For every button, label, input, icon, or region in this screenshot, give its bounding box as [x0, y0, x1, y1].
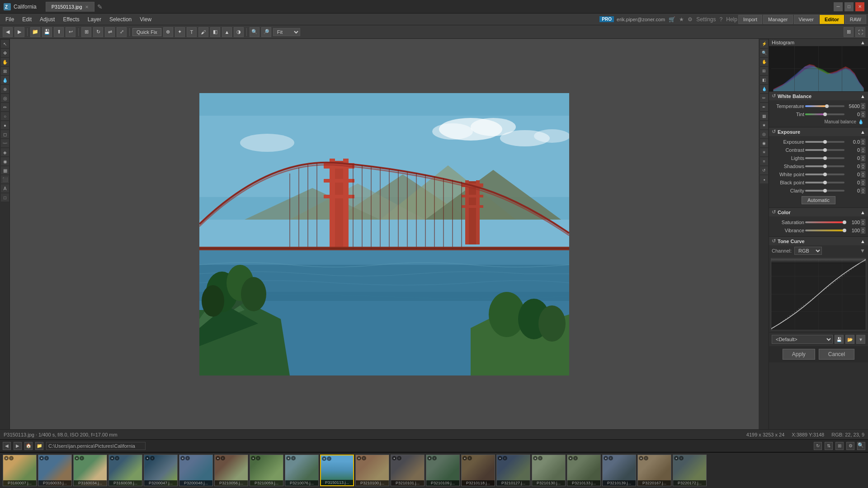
tone-curve-canvas[interactable] [771, 258, 866, 330]
film-thumb-19[interactable]: ●i P3220172.j... [673, 455, 707, 486]
film-folder-button[interactable]: 📁 [35, 442, 43, 450]
film-thumb-4[interactable]: ●i P3160038.j... [108, 455, 142, 486]
film-thumb-12[interactable]: ●i P3210109.j... [426, 455, 460, 486]
wb-collapse[interactable]: ▲ [860, 94, 865, 99]
text-tool-left[interactable]: A [1, 184, 9, 192]
film-thumb-active[interactable]: ●i P3150113.j... [320, 455, 354, 486]
heal-tool-left[interactable]: ⊕ [1, 85, 9, 93]
contrast-up[interactable]: ▲ [861, 147, 865, 150]
preset-select[interactable]: <Default> [772, 335, 833, 344]
rotate-button[interactable]: ↻ [93, 27, 103, 37]
tone-curve-header[interactable]: ↺ Tone Curve ▲ [769, 237, 868, 245]
shadows-up[interactable]: ▲ [861, 163, 865, 166]
film-thumb-15[interactable]: ●i P3210130.j... [532, 455, 566, 486]
hand-icon-r[interactable]: ✋ [760, 58, 768, 66]
resize-button[interactable]: ⤢ [117, 27, 127, 37]
cart-icon[interactable]: 🛒 [669, 16, 675, 23]
gradient-icon-r[interactable]: ▦ [760, 112, 768, 120]
film-home-button[interactable]: 🏠 [24, 442, 33, 450]
lights-up[interactable]: ▲ [861, 155, 865, 158]
color-collapse[interactable]: ▲ [860, 210, 865, 215]
film-back-button[interactable]: ◀ [3, 442, 11, 450]
vib-up[interactable]: ▲ [861, 227, 865, 230]
clarity-arrows[interactable]: ▲ ▼ [861, 188, 865, 194]
menu-edit[interactable]: Edit [19, 15, 35, 23]
quick-fix-button[interactable]: Quick Fix [132, 28, 161, 36]
sat-arrows[interactable]: ▲ ▼ [861, 219, 865, 225]
shadows-slider[interactable] [805, 165, 844, 167]
clone-tool-left[interactable]: ◎ [1, 94, 9, 102]
filter-button[interactable]: ▲ [222, 27, 232, 37]
film-thumb-8[interactable]: ●i P3210059.j... [250, 455, 283, 486]
help-label[interactable]: Help [726, 16, 737, 23]
film-thumb-13[interactable]: ●i P3210118.j... [461, 455, 495, 486]
shadows-arrows[interactable]: ▲ ▼ [861, 163, 865, 169]
panel-toggle[interactable]: ⊞ [844, 27, 854, 37]
cancel-button[interactable]: Cancel [819, 349, 854, 360]
menu-selection[interactable]: Selection [106, 15, 135, 23]
exp-collapse[interactable]: ▲ [860, 129, 865, 135]
menu-layer[interactable]: Layer [84, 15, 105, 23]
black-point-slider[interactable] [805, 182, 844, 183]
save-button[interactable]: 💾 [42, 27, 52, 37]
film-thumb-3[interactable]: ●i P3160034.j... [73, 455, 107, 486]
exp-arrows[interactable]: ▲ ▼ [861, 139, 865, 145]
wp-down[interactable]: ▼ [861, 174, 865, 178]
exp-reset-icon[interactable]: ↺ [772, 129, 776, 135]
color-reset-icon[interactable]: ↺ [772, 209, 776, 215]
dodge-tool[interactable]: ○ [1, 112, 9, 120]
lightning-icon[interactable]: ⚡ [760, 40, 768, 48]
exposure-slider[interactable] [805, 141, 844, 143]
module-manager[interactable]: Manager [763, 15, 793, 24]
grid-icon-r[interactable]: ⊞ [760, 67, 768, 75]
path-input[interactable]: C:\Users\jan.pernica\Pictures\California [46, 442, 146, 450]
module-viewer[interactable]: Viewer [794, 15, 819, 24]
histogram-collapse[interactable]: ▲ [860, 40, 865, 45]
undo-button[interactable]: ↩ [66, 27, 75, 37]
channel-icon-r[interactable]: ≡ [760, 157, 768, 165]
wp-up[interactable]: ▲ [861, 171, 865, 174]
burn-tool[interactable]: ● [1, 121, 9, 129]
tc-reset-icon[interactable]: ↺ [772, 238, 776, 244]
film-thumb-17[interactable]: ●i P3210139.j... [602, 455, 636, 486]
temperature-arrows[interactable]: ▲ ▼ [861, 103, 865, 109]
search-button[interactable]: 🔍 [857, 442, 865, 450]
color-icon-r[interactable]: ⬥ [760, 175, 768, 183]
temperature-slider[interactable] [805, 105, 844, 107]
preset-options-button[interactable]: ▼ [856, 335, 865, 344]
fill-tool[interactable]: ⬛ [1, 175, 9, 183]
layers-icon-r[interactable]: ◧ [760, 76, 768, 84]
module-raw[interactable]: RAW [845, 15, 866, 24]
crop-tool-left[interactable]: ⊠ [1, 67, 9, 75]
shape-tool[interactable]: □ [1, 193, 9, 202]
film-thumb-11[interactable]: ●i P3210101.j... [391, 455, 425, 486]
zoom-select[interactable]: Fit 100% 50% [273, 28, 300, 36]
zoom-in-button[interactable]: 🔍 [250, 27, 259, 37]
film-thumb-7[interactable]: ●i P3210056.j... [214, 455, 248, 486]
tc-expand-icon[interactable]: ▼ [860, 248, 865, 254]
open-button[interactable]: 📁 [30, 27, 40, 37]
forward-button[interactable]: ▶ [14, 27, 24, 37]
brush-icon-r[interactable]: ✏ [760, 94, 768, 102]
erase-tool[interactable]: ◻ [1, 130, 9, 138]
blur-tool[interactable]: ◉ [1, 157, 9, 165]
healing-button[interactable]: ⊕ [163, 27, 173, 37]
export-button[interactable]: ⬆ [54, 27, 64, 37]
film-forward-button[interactable]: ▶ [14, 442, 22, 450]
film-thumb-18[interactable]: ●i P3220167.j... [637, 455, 671, 486]
clone-button[interactable]: ✦ [175, 27, 185, 37]
film-thumb-1[interactable]: ●i P3160007.j... [3, 455, 37, 486]
tint-arrows[interactable]: ▲ ▼ [861, 111, 865, 117]
automatic-button[interactable]: Automatic [802, 196, 835, 204]
settings-icon[interactable]: ⚙ [688, 16, 693, 23]
bp-down[interactable]: ▼ [861, 183, 865, 186]
module-editor[interactable]: Editor [820, 15, 844, 24]
gradient-tool-left[interactable]: ▦ [1, 166, 9, 174]
smudge-tool[interactable]: 〰 [1, 139, 9, 147]
wb-reset-icon[interactable]: ↺ [772, 93, 776, 99]
wp-arrows[interactable]: ▲ ▼ [861, 171, 865, 178]
channel-select[interactable]: RGB Red Green Blue [794, 247, 822, 255]
shadows-down[interactable]: ▼ [861, 166, 865, 169]
bp-up[interactable]: ▲ [861, 179, 865, 183]
preset-load-button[interactable]: 📂 [845, 335, 854, 344]
